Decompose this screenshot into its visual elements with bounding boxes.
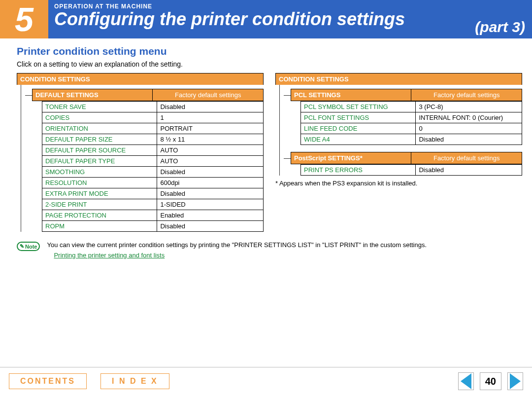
- setting-value: Disabled: [416, 134, 522, 145]
- setting-value: 3 (PC-8): [416, 102, 522, 112]
- setting-name[interactable]: ORIENTATION: [42, 123, 157, 134]
- table-row: RESOLUTION600dpi: [42, 178, 264, 188]
- note-text: You can view the current printer conditi…: [47, 241, 427, 250]
- setting-value: 1: [157, 112, 264, 123]
- setting-name[interactable]: DEFAULT PAPER SOURCE: [42, 145, 157, 156]
- setting-value: AUTO: [157, 156, 264, 167]
- contents-button[interactable]: CONTENTS: [9, 373, 87, 389]
- table-row: WIDE A4Disabled: [301, 134, 522, 145]
- prev-page-button[interactable]: [458, 372, 474, 390]
- table-row: PRINT PS ERRORSDisabled: [301, 165, 522, 176]
- table-row: PAGE PROTECTIONEnabled: [42, 210, 264, 221]
- left-subheader-left: DEFAULT SETTINGS: [32, 89, 152, 101]
- table-row: DEFAULT PAPER SOURCEAUTO: [42, 145, 264, 156]
- left-column: CONDITION SETTINGS DEFAULT SETTINGS Fact…: [17, 73, 264, 232]
- ps-footnote: * Appears when the PS3 expansion kit is …: [275, 180, 522, 187]
- triangle-left-icon: [461, 373, 471, 389]
- setting-name[interactable]: DEFAULT PAPER SIZE: [42, 134, 157, 145]
- setting-value: Disabled: [157, 188, 264, 199]
- ps-subheader: PostScript SETTINGS* Factory default set…: [291, 152, 522, 164]
- setting-name[interactable]: 2-SIDE PRINT: [42, 199, 157, 210]
- note-badge: ✎Note: [17, 242, 40, 251]
- right-block-header: CONDITION SETTINGS: [275, 73, 522, 85]
- footer: CONTENTS I N D E X 40: [0, 367, 532, 390]
- setting-value: 0: [416, 123, 522, 134]
- page-number: 40: [480, 372, 501, 390]
- intro-text: Click on a setting to view an explanatio…: [17, 60, 522, 68]
- index-button[interactable]: I N D E X: [100, 373, 169, 389]
- ps-subheader-right: Factory default settings: [411, 152, 522, 164]
- table-row: SMOOTHINGDisabled: [42, 167, 264, 178]
- pcl-subheader: PCL SETTINGS Factory default settings: [291, 89, 522, 101]
- chapter-number-box: 5: [0, 0, 48, 38]
- setting-value: 8 ½ x 11: [157, 134, 264, 145]
- pencil-icon: ✎: [20, 243, 24, 250]
- setting-name[interactable]: EXTRA PRINT MODE: [42, 188, 157, 199]
- setting-name[interactable]: COPIES: [42, 112, 157, 123]
- body-area: Printer condition setting menu Click on …: [0, 38, 532, 260]
- setting-name[interactable]: TONER SAVE: [42, 102, 157, 112]
- left-subheader-right: Factory default settings: [152, 89, 264, 101]
- header-part: (part 3): [475, 19, 525, 36]
- table-row: LINE FEED CODE0: [301, 123, 522, 134]
- pcl-settings-table: PCL SYMBOL SET SETTING3 (PC-8)PCL FONT S…: [300, 101, 522, 145]
- table-row: PCL FONT SETTINGSINTERNAL FONT: 0 (Couri…: [301, 112, 522, 123]
- pcl-subheader-left: PCL SETTINGS: [291, 89, 411, 101]
- left-block-header: CONDITION SETTINGS: [17, 73, 264, 85]
- setting-value: 600dpi: [157, 178, 264, 188]
- setting-value: AUTO: [157, 145, 264, 156]
- right-column: CONDITION SETTINGS PCL SETTINGS Factory …: [275, 73, 522, 232]
- setting-name[interactable]: RESOLUTION: [42, 178, 157, 188]
- setting-name[interactable]: WIDE A4: [301, 134, 416, 145]
- setting-name[interactable]: SMOOTHING: [42, 167, 157, 178]
- next-page-button[interactable]: [507, 372, 523, 390]
- setting-name[interactable]: LINE FEED CODE: [301, 123, 416, 134]
- ps-settings-table: PRINT PS ERRORSDisabled: [300, 164, 522, 176]
- left-subheader: DEFAULT SETTINGS Factory default setting…: [32, 89, 264, 101]
- note-link[interactable]: Printing the printer setting and font li…: [54, 252, 165, 259]
- setting-value: Disabled: [157, 102, 264, 112]
- setting-name[interactable]: PCL FONT SETTINGS: [301, 112, 416, 123]
- setting-value: PORTRAIT: [157, 123, 264, 134]
- table-row: ROPMDisabled: [42, 221, 264, 232]
- table-row: TONER SAVEDisabled: [42, 102, 264, 112]
- note-badge-text: Note: [25, 244, 37, 250]
- table-row: 2-SIDE PRINT1-SIDED: [42, 199, 264, 210]
- setting-name[interactable]: ROPM: [42, 221, 157, 232]
- page-header: 5 OPERATION AT THE MACHINE Configuring t…: [0, 0, 532, 38]
- table-row: DEFAULT PAPER TYPEAUTO: [42, 156, 264, 167]
- triangle-right-icon: [510, 373, 521, 389]
- chapter-number: 5: [15, 2, 33, 36]
- setting-value: Disabled: [416, 165, 522, 176]
- left-settings-table: TONER SAVEDisabledCOPIES1ORIENTATIONPORT…: [42, 101, 264, 232]
- ps-subheader-left: PostScript SETTINGS*: [291, 152, 411, 164]
- setting-value: Disabled: [157, 221, 264, 232]
- setting-name[interactable]: PCL SYMBOL SET SETTING: [301, 102, 416, 112]
- setting-value: 1-SIDED: [157, 199, 264, 210]
- table-row: ORIENTATIONPORTRAIT: [42, 123, 264, 134]
- setting-value: Enabled: [157, 210, 264, 221]
- table-row: COPIES1: [42, 112, 264, 123]
- table-row: PCL SYMBOL SET SETTING3 (PC-8): [301, 102, 522, 112]
- header-texts: OPERATION AT THE MACHINE Configuring the…: [48, 0, 532, 38]
- setting-name[interactable]: PRINT PS ERRORS: [301, 165, 416, 176]
- setting-name[interactable]: DEFAULT PAPER TYPE: [42, 156, 157, 167]
- setting-name[interactable]: PAGE PROTECTION: [42, 210, 157, 221]
- setting-value: Disabled: [157, 167, 264, 178]
- header-title: Configuring the printer condition settin…: [54, 9, 526, 30]
- note-box: ✎Note You can view the current printer c…: [17, 240, 519, 260]
- table-row: EXTRA PRINT MODEDisabled: [42, 188, 264, 199]
- table-row: DEFAULT PAPER SIZE8 ½ x 11: [42, 134, 264, 145]
- section-title: Printer condition setting menu: [17, 45, 522, 57]
- columns: CONDITION SETTINGS DEFAULT SETTINGS Fact…: [17, 73, 522, 232]
- setting-value: INTERNAL FONT: 0 (Courier): [416, 112, 522, 123]
- pcl-subheader-right: Factory default settings: [411, 89, 522, 101]
- note-content: You can view the current printer conditi…: [47, 241, 427, 259]
